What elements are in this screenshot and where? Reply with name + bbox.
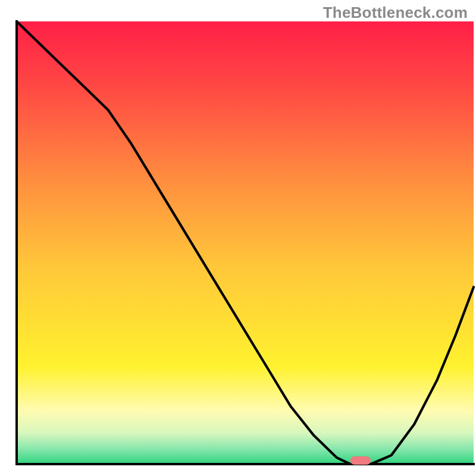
optimal-marker bbox=[350, 456, 371, 465]
watermark-text: TheBottleneck.com bbox=[323, 4, 468, 22]
plot-svg bbox=[0, 0, 476, 476]
plot-area bbox=[17, 21, 474, 465]
bottleneck-chart: TheBottleneck.com bbox=[0, 0, 476, 476]
